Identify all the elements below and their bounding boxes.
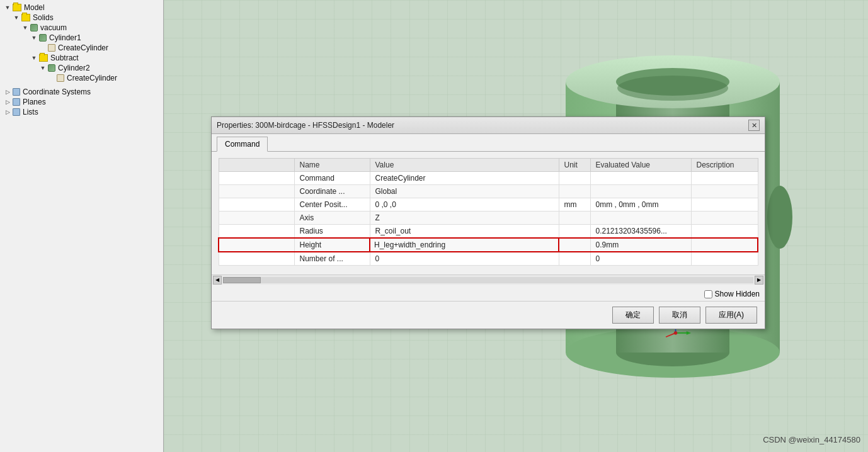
tree-item-createcylinder1[interactable]: CreateCylinder <box>3 43 161 53</box>
expand-icon-coordinate-systems[interactable]: ▷ <box>4 88 11 96</box>
svg-point-2 <box>767 186 792 249</box>
solid-icon-vacuum <box>30 24 38 31</box>
cmd-icon-createcylinder2 <box>57 74 64 82</box>
expand-icon-lists[interactable]: ▷ <box>4 108 11 116</box>
apply-button[interactable]: 应用(A) <box>705 307 757 324</box>
properties-table: Name Value Unit Evaluated Value Descript… <box>218 158 758 266</box>
expand-icon-model[interactable]: ▼ <box>4 4 11 11</box>
unit-cell <box>559 238 590 252</box>
table-row[interactable]: CommandCreateCylinder <box>219 172 758 185</box>
row-num-1 <box>219 185 294 198</box>
tree-section-lists[interactable]: ▷Lists <box>3 107 161 117</box>
tree-item-model[interactable]: ▼Model <box>3 3 161 13</box>
table-row[interactable]: Coordinate ...Global <box>219 185 758 198</box>
folder-icon-subtract <box>39 54 48 62</box>
scroll-thumb[interactable] <box>223 277 261 283</box>
name-cell: Axis <box>294 212 370 225</box>
expand-icon-cylinder2[interactable]: ▼ <box>39 64 47 72</box>
description-cell <box>691 185 758 198</box>
unit-cell <box>559 172 590 185</box>
dialog-close-button[interactable]: ✕ <box>748 120 760 131</box>
tree-item-createcylinder2[interactable]: CreateCylinder <box>3 73 161 83</box>
col-header-name-label: Name <box>294 159 370 172</box>
evaluated-cell <box>590 172 691 185</box>
tree-item-cylinder2[interactable]: ▼Cylinder2 <box>3 63 161 73</box>
tree-item-cylinder1[interactable]: ▼Cylinder1 <box>3 33 161 43</box>
value-cell[interactable]: Z <box>370 212 559 225</box>
tree-label-subtract: Subtract <box>50 54 79 62</box>
expand-icon-subtract[interactable]: ▼ <box>30 54 38 62</box>
description-cell <box>691 212 758 225</box>
tree-item-vacuum[interactable]: ▼vacuum <box>3 23 161 33</box>
folder-icon-model <box>13 4 21 11</box>
row-num-4 <box>219 225 294 239</box>
name-cell: Height <box>294 238 370 252</box>
value-cell[interactable]: H_leg+width_endring <box>370 238 559 252</box>
expand-icon-planes[interactable]: ▷ <box>4 98 11 106</box>
tree-sections: ▷Coordinate Systems▷Planes▷Lists <box>3 87 161 117</box>
col-header-description: Description <box>691 159 758 172</box>
properties-dialog: Properties: 300M-birdcage - HFSSDesign1 … <box>211 116 765 329</box>
ok-button[interactable]: 确定 <box>612 307 654 324</box>
table-row[interactable]: Number of ...00 <box>219 252 758 266</box>
section-label-planes: Planes <box>23 98 46 106</box>
list-icon-coordinate-systems <box>13 88 20 96</box>
tree-section-coordinate-systems[interactable]: ▷Coordinate Systems <box>3 87 161 97</box>
value-cell[interactable]: CreateCylinder <box>370 172 559 185</box>
evaluated-cell: 0 <box>590 252 691 266</box>
tree-section-planes[interactable]: ▷Planes <box>3 97 161 107</box>
scroll-right-button[interactable]: ▶ <box>755 276 763 285</box>
description-cell <box>691 172 758 185</box>
value-cell[interactable]: 0 <box>370 252 559 266</box>
table-row[interactable]: AxisZ <box>219 212 758 225</box>
tree-label-solids: Solids <box>33 13 54 22</box>
tree-item-solids[interactable]: ▼Solids <box>3 13 161 23</box>
horizontal-scrollbar[interactable]: ◀ ▶ <box>212 274 765 285</box>
unit-cell <box>559 185 590 198</box>
evaluated-cell <box>590 185 691 198</box>
show-hidden-checkbox[interactable] <box>704 290 712 298</box>
description-cell <box>691 252 758 266</box>
dialog-tabs: Command <box>212 134 765 152</box>
row-num-6 <box>219 252 294 266</box>
svg-point-14 <box>674 331 677 334</box>
dialog-title: Properties: 300M-birdcage - HFSSDesign1 … <box>217 121 394 130</box>
name-cell: Radius <box>294 225 370 239</box>
main-viewport-area: Properties: 300M-birdcage - HFSSDesign1 … <box>164 0 868 452</box>
tree-label-model: Model <box>24 3 45 12</box>
value-cell[interactable]: R_coil_out <box>370 225 559 239</box>
svg-point-8 <box>617 76 728 101</box>
scroll-track[interactable] <box>223 277 753 283</box>
expand-icon-vacuum[interactable]: ▼ <box>21 24 29 31</box>
col-header-name <box>219 159 294 172</box>
expand-icon-cylinder1[interactable]: ▼ <box>30 34 38 42</box>
tree-item-subtract[interactable]: ▼Subtract <box>3 53 161 63</box>
list-icon-planes <box>13 98 20 106</box>
expand-icon-createcylinder1[interactable] <box>39 44 47 52</box>
value-cell[interactable]: 0 ,0 ,0 <box>370 198 559 212</box>
row-num-3 <box>219 212 294 225</box>
show-hidden-label[interactable]: Show Hidden <box>715 290 760 298</box>
table-row[interactable]: HeightH_leg+width_endring0.9mm <box>219 238 758 252</box>
table-row[interactable]: Center Posit...0 ,0 ,0mm0mm , 0mm , 0mm <box>219 198 758 212</box>
scroll-left-button[interactable]: ◀ <box>213 276 222 285</box>
description-cell <box>691 238 758 252</box>
tree-label-cylinder1: Cylinder1 <box>49 33 81 42</box>
dialog-body: Name Value Unit Evaluated Value Descript… <box>212 152 765 272</box>
table-row[interactable]: RadiusR_coil_out0.21213203435596... <box>219 225 758 239</box>
description-cell <box>691 198 758 212</box>
cancel-button[interactable]: 取消 <box>659 307 700 324</box>
description-cell <box>691 225 758 239</box>
col-header-unit: Unit <box>559 159 590 172</box>
tree-label-cylinder2: Cylinder2 <box>58 64 90 72</box>
expand-icon-solids[interactable]: ▼ <box>13 14 20 21</box>
expand-icon-createcylinder2[interactable] <box>48 74 55 82</box>
value-cell[interactable]: Global <box>370 185 559 198</box>
tree-label-vacuum: vacuum <box>40 23 67 32</box>
unit-cell <box>559 212 590 225</box>
section-label-lists: Lists <box>23 108 38 116</box>
evaluated-cell: 0mm , 0mm , 0mm <box>590 198 691 212</box>
unit-cell: mm <box>559 198 590 212</box>
tab-command[interactable]: Command <box>217 137 268 152</box>
watermark: CSDN @weixin_44174580 <box>763 435 860 444</box>
